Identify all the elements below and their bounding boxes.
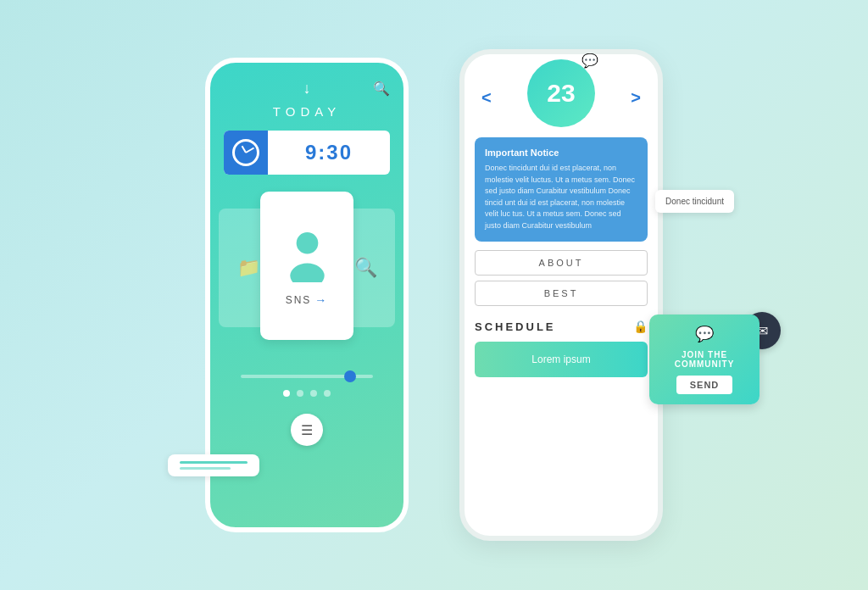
chat-icon-date: 💬 [581,53,598,69]
avatar-silhouette [281,225,332,285]
notice-title: Important Notice [485,148,637,158]
left-phone-top-bar: ↓ 🔍 [224,80,390,97]
dot-3[interactable] [310,390,317,397]
chat-line-2 [180,467,231,470]
clock-minute-hand [246,148,255,153]
community-title: JOIN THE COMMUNITY [659,350,749,369]
menu-button[interactable]: ☰ [291,414,323,446]
search-icon-card: 🔍 [354,257,377,279]
card-area: 📁 🔍 SNS → [224,192,390,361]
action-buttons: ABOUT BEST [475,250,648,306]
schedule-header: SCHEDULE 🔒 [475,320,648,333]
sns-label: SNS → [286,293,329,307]
download-icon: ↓ [279,80,334,97]
phone-right: < 💬 23 > Important Notice Donec tincidun… [459,49,663,541]
lock-icon: 🔒 [633,320,648,333]
folder-icon: 📁 [237,257,260,279]
right-phone-top: < 💬 23 > [465,54,658,127]
today-title: TODAY [273,104,341,119]
prev-chevron[interactable]: < [481,88,492,108]
clock-icon [232,139,259,166]
community-chat-icon: 💬 [695,325,714,343]
send-button[interactable]: SEND [676,376,733,394]
phone-left: ↓ 🔍 TODAY 9:30 📁 🔍 [205,58,409,532]
date-number: 23 [547,81,575,106]
schedule-title: SCHEDULE [475,320,556,333]
schedule-section: SCHEDULE 🔒 Lorem ipsum [465,309,658,377]
page-dots [283,390,331,397]
dot-1[interactable] [283,390,290,397]
chat-bubble-left [168,454,259,476]
best-button[interactable]: BEST [475,281,648,306]
tooltip-bubble: Donec tincidunt [655,190,734,213]
search-icon-top[interactable]: 🔍 [373,81,390,96]
hamburger-icon: ☰ [301,422,313,438]
dot-4[interactable] [324,390,331,397]
slider-bar[interactable] [241,375,374,378]
slider-dot [344,370,356,382]
sns-arrow-icon: → [314,293,328,307]
svg-point-1 [290,264,324,282]
time-bar: 9:30 [224,131,390,175]
about-button[interactable]: ABOUT [475,250,648,276]
date-circle: 💬 23 [527,59,595,127]
notice-box: Important Notice Donec tincidunt dui id … [475,137,648,242]
svg-point-0 [296,232,318,254]
time-display: 9:30 [268,141,390,164]
clock-icon-block [224,131,268,175]
profile-card[interactable]: SNS → [260,192,353,340]
notice-text: Donec tincidunt dui id est placerat, non… [485,163,637,231]
next-chevron[interactable]: > [631,88,641,108]
community-card: 💬 JOIN THE COMMUNITY SEND [649,314,760,404]
main-container: << ↓ 🔍 TODAY 9:30 📁 🔍 [205,49,663,541]
dot-2[interactable] [297,390,303,397]
chat-line-1 [180,461,248,464]
schedule-item: Lorem ipsum [475,342,648,377]
